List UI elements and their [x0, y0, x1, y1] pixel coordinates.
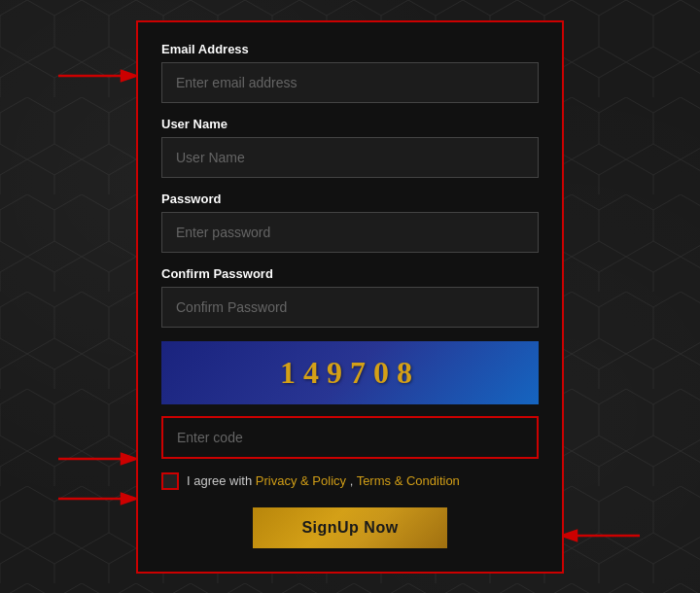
arrow-email-indicator [58, 66, 136, 89]
svg-marker-1 [122, 71, 136, 81]
arrow-checkbox-indicator [58, 489, 136, 512]
email-field-group: Email Address [161, 42, 539, 103]
arrow-code-indicator [58, 449, 136, 472]
captcha-display: 149708 [161, 341, 539, 404]
email-input[interactable] [161, 62, 539, 103]
terms-link[interactable]: Terms & Condition [357, 473, 460, 488]
signup-form-card: Email Address User Name Password Confirm… [136, 20, 564, 574]
page-container: Email Address User Name Password Confirm… [0, 0, 700, 593]
agree-separator: , [346, 473, 357, 488]
captcha-input[interactable] [161, 416, 539, 459]
confirm-password-input[interactable] [161, 287, 539, 328]
arrow-signup-indicator [562, 526, 640, 549]
password-input[interactable] [161, 212, 539, 253]
confirm-password-label: Confirm Password [161, 266, 539, 281]
agree-prefix: I agree with [187, 473, 256, 488]
username-field-group: User Name [161, 117, 539, 178]
password-field-group: Password [161, 192, 539, 253]
svg-marker-3 [122, 454, 136, 464]
password-label: Password [161, 192, 539, 206]
agreement-text: I agree with Privacy & Policy , Terms & … [187, 473, 460, 488]
agree-checkbox[interactable] [161, 472, 179, 490]
svg-marker-7 [562, 531, 577, 541]
confirm-password-field-group: Confirm Password [161, 266, 539, 328]
privacy-link[interactable]: Privacy & Policy [256, 473, 346, 488]
username-label: User Name [161, 117, 539, 131]
agreement-row: I agree with Privacy & Policy , Terms & … [161, 472, 539, 490]
email-label: Email Address [161, 42, 539, 56]
signup-button[interactable]: SignUp Now [253, 507, 447, 548]
username-input[interactable] [161, 137, 539, 178]
svg-marker-5 [122, 494, 136, 504]
